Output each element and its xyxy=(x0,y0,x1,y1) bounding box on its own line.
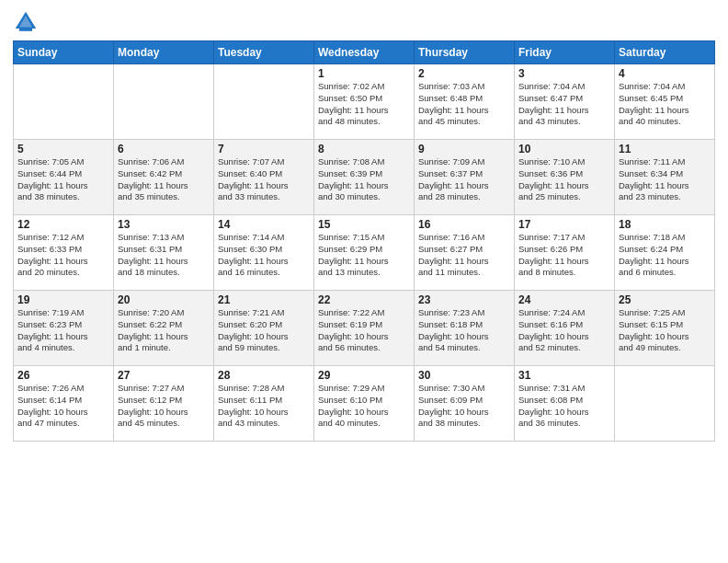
calendar-cell: 30Sunrise: 7:30 AM Sunset: 6:09 PM Dayli… xyxy=(415,366,515,442)
day-info: Sunrise: 7:28 AM Sunset: 6:11 PM Dayligh… xyxy=(218,383,310,430)
calendar-cell xyxy=(114,64,214,140)
day-number: 5 xyxy=(17,143,109,155)
column-header-sunday: Sunday xyxy=(14,41,114,64)
day-number: 31 xyxy=(518,369,610,382)
day-number: 29 xyxy=(318,369,410,382)
day-number: 14 xyxy=(218,218,310,231)
column-header-wednesday: Wednesday xyxy=(314,41,415,64)
day-number: 16 xyxy=(418,218,510,231)
calendar-cell: 1Sunrise: 7:02 AM Sunset: 6:50 PM Daylig… xyxy=(314,64,415,140)
calendar-week-row: 5Sunrise: 7:05 AM Sunset: 6:44 PM Daylig… xyxy=(14,140,715,215)
calendar-cell: 16Sunrise: 7:16 AM Sunset: 6:27 PM Dayli… xyxy=(415,215,515,291)
day-number: 25 xyxy=(619,293,711,306)
day-number: 12 xyxy=(17,218,109,231)
calendar-cell: 20Sunrise: 7:20 AM Sunset: 6:22 PM Dayli… xyxy=(114,291,214,366)
calendar-cell: 15Sunrise: 7:15 AM Sunset: 6:29 PM Dayli… xyxy=(314,215,415,291)
day-info: Sunrise: 7:19 AM Sunset: 6:23 PM Dayligh… xyxy=(17,307,109,354)
calendar-cell: 18Sunrise: 7:18 AM Sunset: 6:24 PM Dayli… xyxy=(615,215,715,291)
day-number: 19 xyxy=(17,293,109,306)
day-number: 11 xyxy=(619,143,711,155)
calendar-cell: 6Sunrise: 7:06 AM Sunset: 6:42 PM Daylig… xyxy=(114,140,214,215)
day-info: Sunrise: 7:12 AM Sunset: 6:33 PM Dayligh… xyxy=(17,232,109,279)
calendar-cell: 27Sunrise: 7:27 AM Sunset: 6:12 PM Dayli… xyxy=(114,366,214,442)
day-number: 4 xyxy=(619,67,711,80)
calendar-cell: 4Sunrise: 7:04 AM Sunset: 6:45 PM Daylig… xyxy=(615,64,715,140)
day-info: Sunrise: 7:08 AM Sunset: 6:39 PM Dayligh… xyxy=(318,156,410,203)
day-info: Sunrise: 7:02 AM Sunset: 6:50 PM Dayligh… xyxy=(318,81,410,128)
day-number: 24 xyxy=(518,293,610,306)
day-info: Sunrise: 7:09 AM Sunset: 6:37 PM Dayligh… xyxy=(418,156,510,203)
day-number: 20 xyxy=(118,293,210,306)
day-info: Sunrise: 7:30 AM Sunset: 6:09 PM Dayligh… xyxy=(418,383,510,430)
day-number: 18 xyxy=(619,218,711,231)
column-header-thursday: Thursday xyxy=(415,41,515,64)
calendar-cell: 21Sunrise: 7:21 AM Sunset: 6:20 PM Dayli… xyxy=(214,291,314,366)
day-info: Sunrise: 7:05 AM Sunset: 6:44 PM Dayligh… xyxy=(17,156,109,203)
day-number: 27 xyxy=(118,369,210,382)
calendar-cell: 13Sunrise: 7:13 AM Sunset: 6:31 PM Dayli… xyxy=(114,215,214,291)
day-number: 23 xyxy=(418,293,510,306)
calendar-cell: 7Sunrise: 7:07 AM Sunset: 6:40 PM Daylig… xyxy=(214,140,314,215)
day-info: Sunrise: 7:29 AM Sunset: 6:10 PM Dayligh… xyxy=(318,383,410,430)
calendar-cell: 24Sunrise: 7:24 AM Sunset: 6:16 PM Dayli… xyxy=(515,291,615,366)
day-info: Sunrise: 7:07 AM Sunset: 6:40 PM Dayligh… xyxy=(218,156,310,203)
day-info: Sunrise: 7:04 AM Sunset: 6:47 PM Dayligh… xyxy=(518,81,610,128)
day-number: 10 xyxy=(518,143,610,155)
calendar-week-row: 19Sunrise: 7:19 AM Sunset: 6:23 PM Dayli… xyxy=(14,291,715,366)
calendar-cell: 3Sunrise: 7:04 AM Sunset: 6:47 PM Daylig… xyxy=(515,64,615,140)
calendar-cell: 2Sunrise: 7:03 AM Sunset: 6:48 PM Daylig… xyxy=(415,64,515,140)
day-info: Sunrise: 7:03 AM Sunset: 6:48 PM Dayligh… xyxy=(418,81,510,128)
calendar-header-row: SundayMondayTuesdayWednesdayThursdayFrid… xyxy=(14,41,715,64)
column-header-saturday: Saturday xyxy=(615,41,715,64)
calendar-cell: 5Sunrise: 7:05 AM Sunset: 6:44 PM Daylig… xyxy=(14,140,114,215)
calendar-cell: 26Sunrise: 7:26 AM Sunset: 6:14 PM Dayli… xyxy=(14,366,114,442)
calendar-cell: 9Sunrise: 7:09 AM Sunset: 6:37 PM Daylig… xyxy=(415,140,515,215)
calendar-cell: 22Sunrise: 7:22 AM Sunset: 6:19 PM Dayli… xyxy=(314,291,415,366)
day-number: 17 xyxy=(518,218,610,231)
calendar-cell: 31Sunrise: 7:31 AM Sunset: 6:08 PM Dayli… xyxy=(515,366,615,442)
day-number: 1 xyxy=(318,67,410,80)
day-number: 22 xyxy=(318,293,410,306)
day-number: 8 xyxy=(318,143,410,155)
logo-icon xyxy=(13,9,39,35)
calendar-cell: 11Sunrise: 7:11 AM Sunset: 6:34 PM Dayli… xyxy=(615,140,715,215)
day-info: Sunrise: 7:21 AM Sunset: 6:20 PM Dayligh… xyxy=(218,307,310,354)
day-info: Sunrise: 7:16 AM Sunset: 6:27 PM Dayligh… xyxy=(418,232,510,279)
day-info: Sunrise: 7:25 AM Sunset: 6:15 PM Dayligh… xyxy=(619,307,711,354)
calendar-week-row: 12Sunrise: 7:12 AM Sunset: 6:33 PM Dayli… xyxy=(14,215,715,291)
calendar-cell xyxy=(615,366,715,442)
day-number: 2 xyxy=(418,67,510,80)
day-number: 21 xyxy=(218,293,310,306)
calendar-week-row: 1Sunrise: 7:02 AM Sunset: 6:50 PM Daylig… xyxy=(14,64,715,140)
day-number: 28 xyxy=(218,369,310,382)
day-info: Sunrise: 7:24 AM Sunset: 6:16 PM Dayligh… xyxy=(518,307,610,354)
day-number: 7 xyxy=(218,143,310,155)
calendar-cell xyxy=(14,64,114,140)
calendar-cell: 12Sunrise: 7:12 AM Sunset: 6:33 PM Dayli… xyxy=(14,215,114,291)
calendar-cell: 25Sunrise: 7:25 AM Sunset: 6:15 PM Dayli… xyxy=(615,291,715,366)
column-header-friday: Friday xyxy=(515,41,615,64)
day-number: 9 xyxy=(418,143,510,155)
calendar-cell: 8Sunrise: 7:08 AM Sunset: 6:39 PM Daylig… xyxy=(314,140,415,215)
day-number: 15 xyxy=(318,218,410,231)
day-info: Sunrise: 7:18 AM Sunset: 6:24 PM Dayligh… xyxy=(619,232,711,279)
calendar-week-row: 26Sunrise: 7:26 AM Sunset: 6:14 PM Dayli… xyxy=(14,366,715,442)
day-info: Sunrise: 7:22 AM Sunset: 6:19 PM Dayligh… xyxy=(318,307,410,354)
day-info: Sunrise: 7:14 AM Sunset: 6:30 PM Dayligh… xyxy=(218,232,310,279)
logo xyxy=(13,9,42,35)
day-info: Sunrise: 7:13 AM Sunset: 6:31 PM Dayligh… xyxy=(118,232,210,279)
column-header-tuesday: Tuesday xyxy=(214,41,314,64)
calendar-cell: 29Sunrise: 7:29 AM Sunset: 6:10 PM Dayli… xyxy=(314,366,415,442)
calendar-cell: 17Sunrise: 7:17 AM Sunset: 6:26 PM Dayli… xyxy=(515,215,615,291)
svg-rect-2 xyxy=(19,29,32,31)
day-number: 30 xyxy=(418,369,510,382)
day-info: Sunrise: 7:06 AM Sunset: 6:42 PM Dayligh… xyxy=(118,156,210,203)
page: SundayMondayTuesdayWednesdayThursdayFrid… xyxy=(0,0,728,563)
day-info: Sunrise: 7:20 AM Sunset: 6:22 PM Dayligh… xyxy=(118,307,210,354)
day-info: Sunrise: 7:26 AM Sunset: 6:14 PM Dayligh… xyxy=(17,383,109,430)
calendar-cell: 14Sunrise: 7:14 AM Sunset: 6:30 PM Dayli… xyxy=(214,215,314,291)
day-number: 13 xyxy=(118,218,210,231)
calendar-table: SundayMondayTuesdayWednesdayThursdayFrid… xyxy=(13,40,715,442)
calendar-cell xyxy=(214,64,314,140)
day-number: 3 xyxy=(518,67,610,80)
